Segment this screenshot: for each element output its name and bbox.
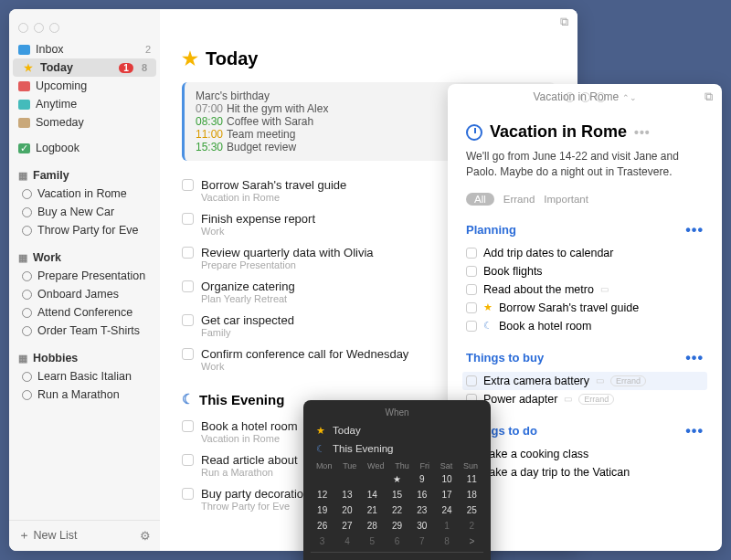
task-row[interactable]: Take a day trip to the Vatican [466, 463, 704, 481]
calendar-day[interactable]: 5 [361, 534, 384, 548]
calendar-day[interactable]: 11 [461, 472, 483, 486]
sidebar-area-hobbies[interactable]: ▦Hobbies [9, 349, 160, 367]
section-more-icon[interactable]: ••• [685, 423, 704, 439]
popover-someday[interactable]: Someday [311, 556, 483, 560]
section-header[interactable]: Planning••• [466, 222, 704, 238]
section-header[interactable]: Things to buy••• [466, 350, 704, 366]
calendar-day[interactable]: 22 [386, 503, 408, 517]
project-icon [22, 189, 32, 199]
calendar-day[interactable]: 3 [311, 534, 334, 548]
page-title: ★Today [182, 48, 556, 69]
calendar-day[interactable] [361, 472, 384, 486]
calendar-day[interactable]: 6 [386, 534, 408, 548]
window-new-icon[interactable]: ⧉ [705, 90, 713, 104]
moon-icon: ☾ [483, 320, 493, 332]
calendar-day[interactable]: ★ [386, 472, 408, 486]
sidebar-item-upcoming[interactable]: Upcoming [9, 77, 160, 95]
window-new-icon[interactable]: ⧉ [560, 15, 568, 29]
checkbox[interactable] [466, 284, 477, 295]
task-row[interactable]: ★Borrow Sarah's travel guide [466, 299, 704, 317]
calendar-day[interactable]: 21 [361, 503, 384, 517]
checkbox[interactable] [182, 247, 194, 259]
sidebar-area-work[interactable]: ▦Work [9, 248, 160, 267]
sidebar-item-inbox[interactable]: Inbox 2 [9, 40, 160, 58]
sidebar-item-logbook[interactable]: ✓Logbook [9, 139, 160, 157]
checkbox[interactable] [182, 420, 194, 432]
calendar-day[interactable]: 18 [461, 488, 483, 502]
calendar-day[interactable]: 16 [410, 488, 433, 502]
popover-option[interactable]: ☾This Evening [311, 439, 483, 458]
detail-description[interactable]: We'll go from June 14-22 and visit Jane … [466, 149, 704, 180]
calendar-day[interactable]: 12 [311, 488, 334, 502]
sidebar-project[interactable]: Order Team T-Shirts [9, 322, 160, 340]
calendar-day[interactable]: 26 [311, 519, 334, 533]
calendar-day[interactable]: 19 [311, 503, 334, 517]
tag[interactable]: Errand [503, 194, 535, 205]
calendar-day[interactable]: 1 [435, 519, 458, 533]
calendar-day[interactable]: 9 [410, 472, 433, 486]
calendar-day[interactable]: 10 [435, 472, 458, 486]
checkbox[interactable] [466, 266, 477, 277]
sidebar-item-today[interactable]: ★Today 1 8 [13, 58, 156, 77]
calendar-day[interactable]: 25 [461, 503, 483, 517]
popover-option[interactable]: ★Today [311, 421, 483, 439]
calendar-day[interactable]: 20 [335, 503, 358, 517]
sidebar-project[interactable]: Onboard James [9, 285, 160, 303]
tag[interactable]: Important [544, 194, 588, 205]
task-row[interactable]: Book flights [466, 262, 704, 280]
calendar-day[interactable]: 28 [361, 519, 384, 533]
checkbox[interactable] [182, 348, 194, 360]
section-header[interactable]: Things to do••• [466, 423, 704, 439]
checkbox[interactable] [182, 179, 194, 191]
tag-all[interactable]: All [466, 193, 494, 206]
calendar-day[interactable]: 17 [435, 488, 458, 502]
checkbox[interactable] [466, 302, 477, 313]
calendar-day[interactable] [311, 472, 334, 486]
section-more-icon[interactable]: ••• [685, 350, 704, 366]
checkbox[interactable] [466, 375, 477, 386]
sidebar-item-anytime[interactable]: Anytime [9, 95, 160, 113]
settings-icon[interactable]: ⚙ [140, 529, 151, 543]
section-more-icon[interactable]: ••• [685, 222, 704, 238]
checkbox[interactable] [182, 314, 194, 326]
task-row[interactable]: Power adapter ▭ Errand [466, 390, 704, 408]
calendar-day[interactable] [335, 472, 358, 486]
traffic-lights[interactable] [18, 23, 59, 33]
task-row[interactable]: ☾Book a hotel room [466, 317, 704, 335]
task-row[interactable]: Take a cooking class [466, 445, 704, 463]
calendar-day[interactable]: 29 [386, 519, 408, 533]
checkbox[interactable] [182, 213, 194, 225]
sidebar-project[interactable]: Attend Conference [9, 303, 160, 322]
sidebar-project[interactable]: Throw Party for Eve [9, 221, 160, 239]
calendar-day[interactable]: 24 [435, 503, 458, 517]
sidebar-item-someday[interactable]: Someday [9, 113, 160, 132]
calendar-day[interactable]: 27 [335, 519, 358, 533]
calendar-day[interactable]: 4 [335, 534, 358, 548]
calendar-day[interactable]: 7 [410, 534, 433, 548]
sidebar-project[interactable]: Prepare Presentation [9, 267, 160, 285]
sidebar-project[interactable]: Vacation in Rome [9, 185, 160, 203]
calendar-day[interactable]: 23 [410, 503, 433, 517]
checkbox[interactable] [466, 321, 477, 332]
checkbox[interactable] [182, 454, 194, 466]
more-icon[interactable]: ••• [634, 125, 651, 140]
task-row[interactable]: Read about the metro ▭ [466, 280, 704, 299]
checkbox[interactable] [182, 280, 194, 292]
calendar-day[interactable]: 14 [361, 488, 384, 502]
calendar-day[interactable]: 15 [386, 488, 408, 502]
calendar-day[interactable]: 8 [435, 534, 458, 548]
task-title: Take a cooking class [483, 448, 588, 460]
new-list-button[interactable]: ＋ New List [18, 528, 77, 544]
task-row[interactable]: Extra camera battery ▭ Errand [462, 372, 707, 390]
checkbox[interactable] [466, 248, 477, 259]
sidebar-area-family[interactable]: ▦Family [9, 166, 160, 185]
sidebar-project[interactable]: Learn Basic Italian [9, 367, 160, 386]
sidebar-project[interactable]: Run a Marathon [9, 386, 160, 404]
task-row[interactable]: Add trip dates to calendar [466, 244, 704, 262]
calendar-day[interactable]: 30 [410, 519, 433, 533]
calendar-day[interactable]: 13 [335, 488, 358, 502]
sidebar-project[interactable]: Buy a New Car [9, 203, 160, 221]
calendar-day[interactable]: > [461, 534, 483, 548]
calendar-day[interactable]: 2 [461, 519, 483, 533]
checkbox[interactable] [182, 488, 194, 500]
